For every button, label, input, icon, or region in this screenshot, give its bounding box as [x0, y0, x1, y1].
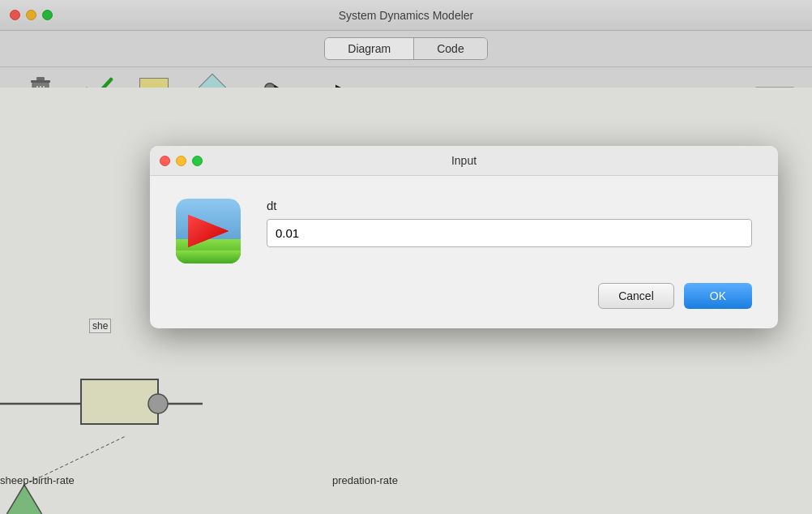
app-icon: [176, 199, 241, 263]
dialog-maximize-button[interactable]: [192, 156, 203, 166]
svg-rect-23: [229, 251, 241, 263]
ok-button[interactable]: OK: [684, 283, 752, 309]
dialog-body: dt: [150, 176, 778, 283]
dialog-buttons: Cancel OK: [150, 283, 778, 328]
dialog-title: Input: [451, 154, 477, 167]
dialog-close-button[interactable]: [160, 156, 170, 166]
dt-input[interactable]: [267, 219, 752, 247]
input-dialog: Input: [150, 146, 778, 328]
dialog-form: dt: [267, 199, 752, 247]
svg-rect-22: [176, 251, 187, 263]
field-label: dt: [267, 199, 752, 212]
cancel-button[interactable]: Cancel: [598, 283, 674, 309]
dialog-minimize-button[interactable]: [176, 156, 186, 166]
dialog-titlebar: Input: [150, 146, 778, 176]
dialog-traffic-lights: [160, 156, 203, 166]
